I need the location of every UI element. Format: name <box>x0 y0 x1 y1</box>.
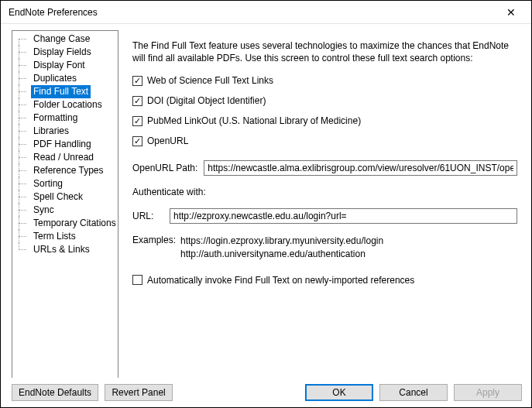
sidebar-item-duplicates[interactable]: Duplicates <box>14 72 118 85</box>
tree-connector-icon <box>14 243 31 256</box>
tree-connector-icon <box>14 204 31 217</box>
sidebar-item-label: Formatting <box>31 111 80 125</box>
cancel-button[interactable]: Cancel <box>379 384 448 401</box>
authenticate-label: Authenticate with: <box>132 187 517 197</box>
auto-invoke-checkbox[interactable] <box>132 275 142 285</box>
examples-label: Examples: <box>132 235 176 261</box>
endnote-defaults-button[interactable]: EndNote Defaults <box>12 384 98 401</box>
titlebar: EndNote Preferences ✕ <box>1 1 531 24</box>
tree-connector-icon <box>14 217 31 230</box>
sidebar-item-label: URLs & Links <box>31 243 92 256</box>
openurl-label: OpenURL <box>147 135 188 146</box>
sidebar-item-libraries[interactable]: Libraries <box>14 125 118 138</box>
sidebar-item-label: Duplicates <box>31 72 79 85</box>
tree-connector-icon <box>14 46 31 59</box>
tree-connector-icon <box>14 138 31 151</box>
tree-connector-icon <box>14 72 31 85</box>
sidebar-item-label: Temporary Citations <box>31 217 118 230</box>
ok-button[interactable]: OK <box>305 384 373 401</box>
sidebar-item-change-case[interactable]: Change Case <box>14 33 118 46</box>
tree-connector-icon <box>14 177 31 190</box>
sidebar-item-reference-types[interactable]: Reference Types <box>14 164 118 177</box>
tree-connector-icon <box>14 164 31 177</box>
tree-connector-icon <box>14 98 31 111</box>
tree-connector-icon <box>14 85 31 98</box>
openurl-checkbox[interactable]: ✓ <box>132 136 142 146</box>
openurl-path-input[interactable] <box>204 160 517 176</box>
find-full-text-panel: The Find Full Text feature uses several … <box>132 30 525 378</box>
sidebar-item-display-fields[interactable]: Display Fields <box>14 46 118 59</box>
sidebar-item-label: Libraries <box>31 125 71 138</box>
sidebar-item-display-font[interactable]: Display Font <box>14 59 118 72</box>
sidebar-item-pdf-handling[interactable]: PDF Handling <box>14 138 118 151</box>
doi-checkbox[interactable]: ✓ <box>132 96 142 106</box>
tree-connector-icon <box>14 151 31 164</box>
sidebar-item-label: Sorting <box>31 177 65 190</box>
wos-checkbox[interactable]: ✓ <box>132 76 142 86</box>
tree-connector-icon <box>14 190 31 204</box>
tree-connector-icon <box>14 59 31 72</box>
sidebar-item-sorting[interactable]: Sorting <box>14 177 118 190</box>
sidebar-item-label: Find Full Text <box>31 85 91 98</box>
sidebar-item-urls-links[interactable]: URLs & Links <box>14 243 118 256</box>
sidebar-item-spell-check[interactable]: Spell Check <box>14 190 118 204</box>
apply-button[interactable]: Apply <box>454 384 522 401</box>
tree-connector-icon <box>14 230 31 243</box>
sidebar-item-label: Sync <box>31 204 57 217</box>
sidebar-item-label: Display Font <box>31 59 88 72</box>
doi-label: DOI (Digital Object Identifier) <box>147 95 266 106</box>
revert-panel-button[interactable]: Revert Panel <box>105 384 173 401</box>
tree-connector-icon <box>14 111 31 125</box>
sidebar-item-read-unread[interactable]: Read / Unread <box>14 151 118 164</box>
sidebar-item-formatting[interactable]: Formatting <box>14 111 118 125</box>
sidebar-item-label: Display Fields <box>31 46 94 59</box>
examples-values: https://login.ezproxy.library.myuniversi… <box>180 235 383 261</box>
close-icon[interactable]: ✕ <box>497 6 525 19</box>
example-line-2: http://auth.universityname.edu/authentic… <box>180 248 383 261</box>
sidebar-item-sync[interactable]: Sync <box>14 204 118 217</box>
intro-text: The Find Full Text feature uses several … <box>132 39 517 64</box>
auto-invoke-label: Automatically invoke Find Full Text on n… <box>147 275 414 286</box>
sidebar-item-label: Read / Unread <box>31 151 96 164</box>
url-input[interactable] <box>170 208 517 224</box>
tree-connector-icon <box>14 125 31 138</box>
dialog-footer: EndNote Defaults Revert Panel OK Cancel … <box>1 378 531 407</box>
preferences-tree[interactable]: Change CaseDisplay FieldsDisplay FontDup… <box>12 30 118 378</box>
sidebar-item-folder-locations[interactable]: Folder Locations <box>14 98 118 111</box>
pubmed-checkbox[interactable]: ✓ <box>132 116 142 126</box>
sidebar-item-temporary-citations[interactable]: Temporary Citations <box>14 217 118 230</box>
sidebar-item-label: Reference Types <box>31 164 106 177</box>
example-line-1: https://login.ezproxy.library.myuniversi… <box>180 235 383 248</box>
sidebar-item-find-full-text[interactable]: Find Full Text <box>14 85 118 98</box>
sidebar-item-label: Change Case <box>31 33 92 46</box>
tree-connector-icon <box>14 33 31 46</box>
sidebar-item-label: Spell Check <box>31 190 85 204</box>
openurl-path-label: OpenURL Path: <box>132 163 197 173</box>
url-label: URL: <box>132 211 163 221</box>
wos-label: Web of Science Full Text Links <box>147 75 273 86</box>
pubmed-label: PubMed LinkOut (U.S. National Library of… <box>147 115 361 126</box>
sidebar-item-term-lists[interactable]: Term Lists <box>14 230 118 243</box>
sidebar-item-label: Term Lists <box>31 230 78 243</box>
sidebar-item-label: Folder Locations <box>31 98 105 111</box>
window-title: EndNote Preferences <box>9 7 98 18</box>
sidebar-item-label: PDF Handling <box>31 138 94 151</box>
